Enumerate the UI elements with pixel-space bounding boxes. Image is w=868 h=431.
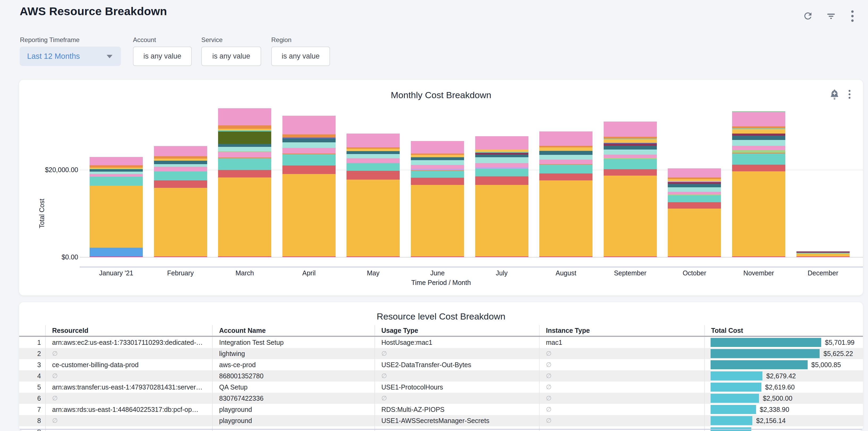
bar-segment-yellow[interactable] (668, 179, 721, 181)
bar-segment-magenta[interactable] (797, 256, 850, 257)
bar-segment-magenta[interactable] (539, 256, 592, 257)
table-row[interactable]: 7arn:aws:rds:us-east-1:448640225317:db:p… (19, 404, 863, 415)
bar-segment-coral[interactable] (475, 176, 528, 185)
bar-segment-yellow[interactable] (154, 159, 207, 161)
bar-segment-darkteal[interactable] (668, 184, 721, 187)
bar-segment-amber[interactable] (539, 180, 592, 256)
bar-segment-lightcyan[interactable] (475, 157, 528, 163)
bar-segment-amber[interactable] (154, 188, 207, 256)
header-usage-type[interactable]: Usage Type (374, 325, 539, 336)
bar-segment-magenta[interactable] (218, 256, 271, 257)
bar-segment-amber[interactable] (797, 253, 850, 256)
filters-button[interactable] (825, 9, 837, 22)
bar-segment-pink[interactable] (411, 165, 464, 169)
bar-segment-yellow[interactable] (539, 147, 592, 151)
bar-segment-yellow[interactable] (475, 150, 528, 152)
bar-segment-coral[interactable] (282, 165, 336, 174)
stacked-bar-february[interactable] (154, 146, 207, 257)
bar-segment-pink[interactable] (411, 141, 464, 154)
bar-segment-pink[interactable] (346, 158, 400, 163)
bar-segment-darkteal[interactable] (218, 144, 271, 147)
bar-segment-darkteal[interactable] (604, 146, 657, 149)
bar-segment-coral[interactable] (411, 178, 464, 185)
bar-segment-coral[interactable] (539, 174, 592, 180)
stacked-bar-june[interactable] (411, 141, 464, 257)
bar-segment-pink[interactable] (475, 136, 528, 150)
bar-segment-lightcyan[interactable] (732, 140, 785, 146)
bar-segment-orange[interactable] (732, 126, 785, 128)
stacked-bar-august[interactable] (539, 131, 592, 257)
reporting-timeframe-dropdown[interactable]: Last 12 Months (20, 47, 121, 66)
header-instance-type[interactable]: Instance Type (539, 325, 704, 336)
account-filter[interactable]: is any value (133, 47, 192, 66)
bar-segment-pink[interactable] (154, 167, 207, 171)
stacked-bar-november[interactable] (732, 111, 785, 257)
table-scrollbar[interactable] (19, 429, 863, 430)
bar-segment-darkteal[interactable] (411, 157, 464, 160)
table-row[interactable]: 4∅868001352780∅∅$2,679.42 (19, 370, 863, 381)
bar-segment-coral[interactable] (732, 165, 785, 171)
table-row[interactable]: 2∅lightwing∅∅$5,625.22 (19, 348, 863, 359)
table-row[interactable]: 5arn:aws:transfer:us-east-1:479370281431… (19, 381, 863, 393)
bar-segment-orange[interactable] (154, 156, 207, 159)
bar-segment-maroon[interactable] (732, 133, 785, 136)
header-total-cost[interactable]: Total Cost (704, 325, 863, 336)
bar-segment-teal[interactable] (90, 177, 143, 186)
stacked-bar-july[interactable] (475, 136, 528, 257)
stacked-bar-april[interactable] (282, 116, 336, 257)
bar-segment-blue[interactable] (90, 248, 143, 256)
bar-segment-orange[interactable] (90, 165, 143, 167)
bar-segment-yellow[interactable] (411, 155, 464, 157)
bar-segment-amber[interactable] (604, 176, 657, 256)
bar-segment-yellow[interactable] (732, 129, 785, 133)
bar-segment-coral[interactable] (668, 202, 721, 209)
bar-segment-teal[interactable] (604, 159, 657, 169)
bar-segment-pink[interactable] (475, 163, 528, 167)
bar-segment-amber[interactable] (90, 186, 143, 248)
bar-segment-amber[interactable] (218, 178, 271, 256)
table-row[interactable]: 3ce-customer-billing-data-prodaws-ce-pro… (19, 359, 863, 370)
bar-segment-pink[interactable] (90, 174, 143, 177)
bar-segment-amber[interactable] (282, 174, 336, 256)
stacked-bar-may[interactable] (346, 133, 400, 257)
bar-segment-darkteal[interactable] (282, 138, 336, 142)
table-row[interactable]: 6∅830767422336∅∅$2,500.00 (19, 393, 863, 404)
stacked-bar-december[interactable] (797, 251, 850, 257)
bar-segment-teal[interactable] (218, 158, 271, 170)
bar-segment-lightcyan[interactable] (411, 160, 464, 165)
bar-segment-magenta[interactable] (475, 256, 528, 257)
bar-segment-amber[interactable] (346, 180, 400, 256)
region-filter[interactable]: is any value (271, 47, 330, 66)
bar-segment-maroon[interactable] (668, 182, 721, 184)
bar-segment-teal[interactable] (154, 171, 207, 180)
bar-segment-maroon[interactable] (604, 144, 657, 146)
header-resource-id[interactable]: ResourceId (45, 325, 212, 336)
bar-segment-pink[interactable] (154, 146, 207, 156)
bar-segment-yellow[interactable] (346, 149, 400, 151)
bar-segment-magenta[interactable] (668, 256, 721, 257)
dashboard-menu-button[interactable] (846, 9, 859, 22)
bar-segment-amber[interactable] (411, 185, 464, 256)
bar-segment-pink[interactable] (90, 157, 143, 165)
bar-segment-pink[interactable] (539, 160, 592, 164)
service-filter[interactable]: is any value (201, 47, 261, 66)
bar-segment-pink[interactable] (539, 131, 592, 146)
bar-segment-orange[interactable] (218, 125, 271, 129)
bar-segment-lightcyan[interactable] (604, 150, 657, 155)
stacked-bar-september[interactable] (604, 122, 657, 257)
refresh-button[interactable] (802, 9, 814, 22)
bar-segment-pink[interactable] (604, 122, 657, 137)
bar-segment-darkteal[interactable] (732, 136, 785, 140)
bar-segment-lightcyan[interactable] (346, 154, 400, 158)
header-account-name[interactable]: Account Name (212, 325, 374, 336)
bar-segment-lightcyan[interactable] (539, 155, 592, 160)
bar-segment-magenta[interactable] (411, 256, 464, 257)
bar-segment-lightcyan[interactable] (282, 142, 336, 148)
bar-segment-darkteal[interactable] (346, 151, 400, 154)
bar-segment-coral[interactable] (346, 171, 400, 180)
stacked-bar-october[interactable] (668, 168, 721, 257)
bar-segment-teal[interactable] (539, 165, 592, 174)
bar-segment-teal[interactable] (411, 171, 464, 178)
bar-segment-magenta[interactable] (282, 256, 336, 257)
bar-segment-pink[interactable] (732, 146, 785, 150)
